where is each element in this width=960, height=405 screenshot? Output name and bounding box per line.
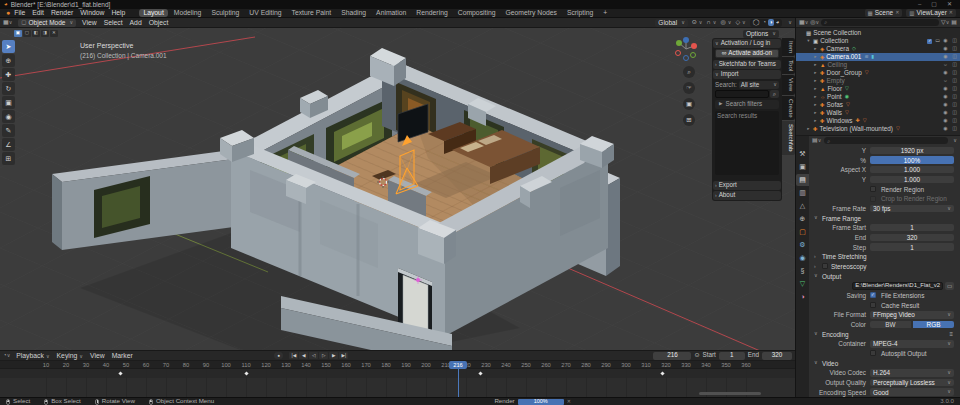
- value-field-y[interactable]: 1920 px: [870, 147, 954, 155]
- tab-view[interactable]: View: [782, 75, 795, 94]
- workspace-tab-scripting[interactable]: Scripting: [563, 9, 597, 17]
- workspace-tab-texture-paint[interactable]: Texture Paint: [287, 9, 335, 17]
- properties-editor-icon[interactable]: ▤∨: [812, 137, 821, 144]
- eye-open-icon[interactable]: ◉: [942, 46, 949, 52]
- eye-open-icon[interactable]: ◉: [942, 102, 949, 108]
- material-properties-tab[interactable]: ◑: [796, 291, 809, 303]
- disclosure-icon[interactable]: ▸: [813, 111, 818, 116]
- export-section-header[interactable]: ›Export: [713, 181, 781, 190]
- keying-set-icon[interactable]: ⊙: [694, 352, 699, 359]
- blender-logo-icon[interactable]: ●: [6, 9, 10, 17]
- timeline-menu-marker[interactable]: Marker: [112, 352, 133, 360]
- pan-hand-icon[interactable]: ☞: [683, 82, 695, 94]
- output-path-field[interactable]: E:\Blender\Renders\D1_Flat_v2: [852, 282, 943, 290]
- proportional-editing-icon[interactable]: ◎∨: [721, 19, 732, 26]
- outliner-row-camera[interactable]: ▸◈Camera◇◉◫: [796, 45, 960, 53]
- shading-material-preview[interactable]: ◑: [768, 19, 774, 26]
- move-tool[interactable]: ✚: [2, 68, 15, 81]
- outliner-filter-mode-icon[interactable]: ◎∨: [810, 19, 819, 26]
- workspace-tab-modeling[interactable]: Modeling: [170, 9, 206, 17]
- shading-rendered[interactable]: ◕: [775, 19, 781, 26]
- checkbox-cache-result[interactable]: [870, 302, 876, 308]
- timeline-menu-playback[interactable]: Playback∨: [16, 352, 49, 360]
- properties-options-icon[interactable]: ∨: [953, 138, 957, 144]
- viewport-toggle-objects[interactable]: ▢: [23, 30, 31, 37]
- next-keyframe-button[interactable]: ▶: [329, 352, 338, 359]
- scene-unlink-icon[interactable]: ✕: [895, 10, 899, 16]
- sketchfab-search-input[interactable]: [715, 90, 769, 98]
- zoom-icon[interactable]: ⌕: [683, 66, 695, 78]
- timeline-tracks[interactable]: [0, 369, 795, 397]
- play-button[interactable]: ▷: [319, 352, 328, 359]
- overlays-icon[interactable]: ◇∨: [735, 19, 745, 26]
- outliner-row-point[interactable]: ▸☼Point◉◉◫: [796, 93, 960, 101]
- render-properties-tab[interactable]: ▣: [796, 161, 809, 173]
- view-layer-properties-tab[interactable]: ▥: [796, 187, 809, 199]
- disclosure-icon[interactable]: ▸: [813, 55, 818, 60]
- search-domain-dropdown[interactable]: All site∨: [739, 81, 779, 89]
- navigation-gizmo[interactable]: [673, 36, 699, 62]
- activation-section-header[interactable]: ∨Activation / Log in: [713, 39, 781, 48]
- value-field--[interactable]: 100%: [870, 156, 954, 164]
- menu-render[interactable]: Render: [51, 9, 73, 16]
- annotate-tool[interactable]: ✎: [2, 124, 15, 137]
- eye-open-icon[interactable]: ◉: [942, 54, 949, 60]
- value-field-end[interactable]: 320: [870, 234, 954, 242]
- workspace-tab-compositing[interactable]: Compositing: [454, 9, 500, 17]
- output-properties-tab[interactable]: ▤: [796, 174, 809, 186]
- close-button[interactable]: ✕: [947, 1, 952, 8]
- outliner-row-sofas[interactable]: ▸✚Sofas▽◉◫: [796, 101, 960, 109]
- camera-view-icon[interactable]: ▣: [683, 98, 695, 110]
- teams-section-header[interactable]: ›Sketchfab for Teams: [713, 60, 781, 69]
- render-visibility-icon[interactable]: ◫: [951, 126, 958, 132]
- eye-closed-icon[interactable]: ⌣: [942, 78, 949, 84]
- menu-window[interactable]: Window: [80, 9, 104, 16]
- auto-keying-button[interactable]: ●: [274, 352, 283, 359]
- eye-open-icon[interactable]: ◉: [942, 126, 949, 132]
- render-visibility-icon[interactable]: ◫: [951, 94, 958, 100]
- outliner-search-input[interactable]: ⌕: [821, 19, 939, 26]
- snap-magnet-icon[interactable]: ∩∨: [707, 19, 717, 26]
- outliner-row-ceiling[interactable]: ▸▲Ceiling⌣◫: [796, 61, 960, 69]
- maximize-button[interactable]: ▢: [931, 1, 937, 8]
- checkbox-file-extensions[interactable]: ✓: [870, 292, 876, 298]
- viewport-toggle-copy[interactable]: ◨: [41, 30, 49, 37]
- search-icon[interactable]: ⌕: [770, 90, 779, 98]
- eye-open-icon[interactable]: ◉: [942, 38, 949, 44]
- dropdown-video-codec[interactable]: H.264∨: [870, 369, 954, 377]
- cancel-render-icon[interactable]: ✕: [567, 399, 571, 405]
- transform-tool[interactable]: ◉: [2, 110, 15, 123]
- outliner-row-television-wall-mounted-[interactable]: ▸✚Television (Wall-mounted)▽◉◫: [796, 125, 960, 133]
- play-reverse-button[interactable]: ◁: [309, 352, 318, 359]
- constraints-properties-tab[interactable]: §: [796, 265, 809, 277]
- modifiers-properties-tab[interactable]: ⚙: [796, 239, 809, 251]
- search-results-box[interactable]: Search results: [715, 111, 779, 175]
- toggle-rgb[interactable]: RGB: [913, 321, 954, 329]
- disclosure-icon[interactable]: ▸: [813, 47, 818, 52]
- outliner-row-windows[interactable]: ▸✚Windows✚▽◉◫: [796, 117, 960, 125]
- presets-icon[interactable]: ≡: [949, 331, 953, 338]
- eye-open-icon[interactable]: ◉: [942, 110, 949, 116]
- frame-start-field[interactable]: 1: [719, 352, 745, 360]
- outliner-display-mode-icon[interactable]: ▦∨: [799, 19, 808, 26]
- disclosure-icon[interactable]: ▸: [813, 71, 818, 76]
- editor-type-icon[interactable]: ▦∨: [3, 19, 12, 26]
- value-field-frame-start[interactable]: 1: [870, 224, 954, 232]
- current-frame-field[interactable]: 216: [653, 352, 691, 360]
- activate-addon-button[interactable]: ∞ Activate add-on: [715, 49, 779, 58]
- timeline-editor-icon[interactable]: ◔∨: [3, 352, 10, 359]
- disclosure-icon[interactable]: ▸: [813, 103, 818, 108]
- panel-header-video[interactable]: ∨Video: [810, 358, 959, 368]
- tab-create[interactable]: Create: [782, 96, 795, 121]
- render-visibility-icon[interactable]: ◫: [951, 110, 958, 116]
- workspace-tab-geometry-nodes[interactable]: Geometry Nodes: [502, 9, 561, 17]
- panel-header-time-stretching[interactable]: ›Time Stretching: [810, 252, 959, 262]
- checkbox-crop-to-render-region[interactable]: [870, 196, 876, 202]
- outliner-options-icon[interactable]: ▤: [951, 19, 957, 26]
- disclosure-icon[interactable]: ▾: [806, 39, 811, 44]
- object-properties-tab[interactable]: ▢: [796, 226, 809, 238]
- render-visibility-icon[interactable]: ◫: [951, 62, 958, 68]
- jump-to-end-button[interactable]: ▶|: [339, 352, 348, 359]
- outliner-row-door-group[interactable]: ▸✚Door_Group▽◉◫: [796, 69, 960, 77]
- viewport-toggle-clear[interactable]: ✕: [50, 30, 58, 37]
